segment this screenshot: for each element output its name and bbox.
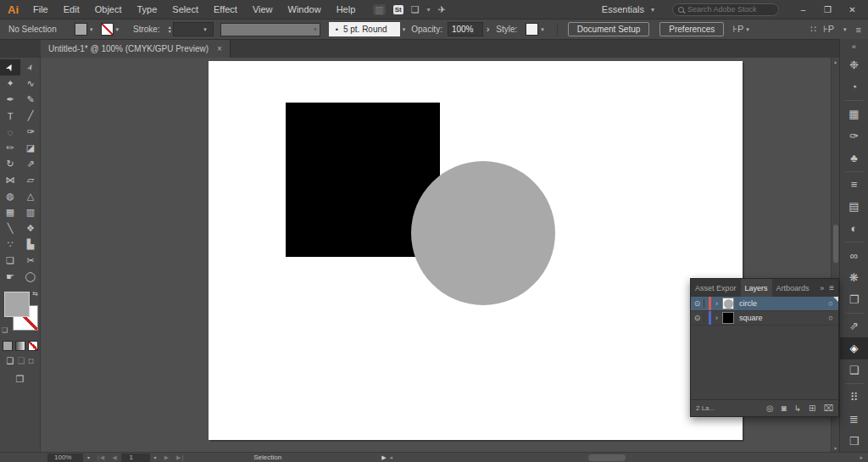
disclosure-icon[interactable]: ›	[711, 314, 722, 322]
menu-item[interactable]: Help	[329, 4, 364, 14]
gradient-tool[interactable]: ▥	[20, 204, 41, 220]
target-icon[interactable]: ○	[823, 314, 838, 322]
chevron-down-icon[interactable]: ▾	[403, 26, 406, 33]
width-tool[interactable]: ⋈	[0, 172, 20, 188]
scroll-up-icon[interactable]: ▴	[832, 58, 839, 64]
artboards-panel-icon[interactable]: ❏	[840, 359, 868, 381]
last-artboard-icon[interactable]: ▶|	[176, 454, 184, 461]
chevron-down-icon[interactable]: ▾	[90, 26, 93, 33]
workspace-switcher[interactable]: Essentials ▾	[602, 4, 657, 14]
menu-item[interactable]: Effect	[206, 4, 245, 14]
new-sublayer-icon[interactable]: ↳	[794, 404, 801, 413]
default-fill-stroke-icon[interactable]: ❏	[2, 326, 8, 334]
snap-options-icon[interactable]: ⊦P	[732, 24, 743, 35]
magic-wand-tool[interactable]: ✦	[0, 75, 20, 92]
gpu-performance-icon[interactable]: ▥	[373, 4, 385, 15]
previous-artboard-icon[interactable]: ◀	[112, 454, 117, 461]
next-artboard-icon[interactable]: ▶	[164, 454, 170, 461]
libraries-panel-icon[interactable]: ∞	[840, 245, 868, 267]
pen-tool[interactable]: ✒	[0, 92, 20, 108]
stroke-panel-icon[interactable]: ≡	[840, 174, 868, 196]
layer-row[interactable]: ⊙ › circle ○	[691, 297, 838, 311]
status-expand-icon[interactable]: ▶	[381, 454, 386, 461]
layer-name[interactable]: circle	[739, 299, 823, 308]
menu-item[interactable]: Select	[164, 4, 206, 14]
color-panel-icon[interactable]: ❉	[840, 54, 868, 76]
close-tab-icon[interactable]: ×	[217, 44, 222, 53]
mesh-tool[interactable]: ▦	[0, 204, 20, 220]
curvature-tool[interactable]: ✎	[20, 92, 41, 108]
brushes-panel-icon[interactable]: ✑	[840, 125, 868, 147]
chevron-down-icon[interactable]: ▾	[116, 26, 120, 33]
panel-tab[interactable]: Asset Expor	[691, 279, 741, 297]
fill-swatch[interactable]	[4, 292, 30, 317]
direct-selection-tool[interactable]: ➢	[20, 59, 41, 75]
close-button[interactable]: ✕	[840, 5, 865, 14]
document-setup-button[interactable]: Document Setup	[568, 22, 650, 36]
pathfinder-panel-icon[interactable]: ❒	[840, 430, 868, 452]
horizontal-scrollbar-thumb[interactable]	[588, 454, 626, 461]
panel-menu-icon[interactable]: ≡	[829, 283, 834, 292]
disclosure-icon[interactable]: ›	[711, 299, 722, 308]
type-tool[interactable]: T	[0, 108, 20, 124]
transparency-panel-icon[interactable]: ◐	[840, 218, 868, 240]
visibility-toggle-icon[interactable]: ⊙	[691, 314, 704, 322]
chevron-down-icon[interactable]: ▾	[154, 454, 157, 460]
stroke-weight-dropdown[interactable]: ▾	[173, 22, 214, 36]
opacity-arrow-icon[interactable]: ›	[487, 25, 489, 34]
scroll-right-icon[interactable]: ▸	[860, 454, 863, 461]
menu-item[interactable]: Edit	[56, 4, 87, 14]
menu-item[interactable]: Type	[130, 4, 165, 14]
minimize-button[interactable]: –	[791, 5, 815, 14]
layers-panel-icon[interactable]: ◈	[840, 337, 868, 359]
ellipse-tool[interactable]: ◌	[0, 124, 20, 140]
collapse-panel-icon[interactable]: »	[820, 284, 824, 292]
stroke-color-swatch[interactable]	[101, 23, 114, 36]
draw-normal-icon[interactable]: ❑	[7, 356, 14, 365]
transform-panel-icon[interactable]: ⠿	[840, 386, 868, 408]
menu-item[interactable]: Object	[87, 4, 130, 14]
perspective-grid-tool[interactable]: △	[20, 188, 41, 204]
align-panel-icon[interactable]: ≣	[840, 408, 868, 430]
locate-object-icon[interactable]: ◎	[766, 404, 774, 413]
color-mode-button[interactable]	[3, 341, 13, 351]
paintbrush-tool[interactable]: ✑	[20, 124, 41, 140]
panel-tab[interactable]: Artboards	[772, 279, 814, 297]
delete-layer-icon[interactable]: ⌧	[823, 404, 833, 413]
layer-name[interactable]: square	[739, 314, 823, 322]
eyedropper-tool[interactable]: ╲	[0, 220, 20, 237]
scroll-down-icon[interactable]: ▾	[832, 445, 839, 451]
swatches-panel-icon[interactable]: ▦	[840, 103, 868, 125]
chevron-down-icon[interactable]: ▾	[87, 454, 90, 460]
opacity-input[interactable]: 100%	[448, 22, 483, 36]
change-screen-mode-icon[interactable]: ❐	[0, 374, 40, 385]
panel-menu-icon[interactable]: ≡	[856, 25, 861, 35]
fill-color-swatch[interactable]	[75, 23, 87, 36]
appearance-panel-icon[interactable]: ❋	[840, 266, 868, 288]
slice-tool[interactable]: ✂	[20, 253, 41, 269]
make-clip-mask-icon[interactable]: ◙	[782, 404, 787, 413]
blend-tool[interactable]: ❖	[20, 220, 41, 237]
expand-panels-icon[interactable]: «	[840, 39, 868, 54]
none-mode-button[interactable]	[28, 341, 38, 351]
line-segment-tool[interactable]: ╱	[20, 108, 41, 124]
lasso-tool[interactable]: ∿	[20, 75, 41, 92]
gradient-mode-button[interactable]	[15, 341, 25, 351]
adobe-stock-search[interactable]	[672, 3, 779, 16]
stroke-weight-stepper[interactable]: ▴ ▾	[169, 25, 171, 34]
column-graph-tool[interactable]: ▙	[20, 237, 41, 253]
panel-tab[interactable]: Layers	[741, 279, 772, 297]
document-tab[interactable]: Untitled-1* @ 100% (CMYK/GPU Preview) ×	[41, 40, 231, 58]
asset-export-panel-icon[interactable]: ⇗	[840, 315, 868, 337]
eraser-tool[interactable]: ◪	[20, 140, 41, 156]
draw-inside-icon[interactable]: ◘	[28, 356, 33, 365]
symbol-sprayer-tool[interactable]: ∵	[0, 237, 20, 253]
zoom-level-dropdown[interactable]: 100%	[47, 454, 83, 462]
color-guide-panel-icon[interactable]: ◔	[840, 76, 868, 98]
shape-builder-tool[interactable]: ◍	[0, 188, 20, 204]
scroll-left-icon[interactable]: ◂	[390, 454, 393, 461]
vertical-scrollbar-thumb[interactable]	[833, 225, 838, 263]
chevron-down-icon[interactable]: ▾	[843, 26, 847, 33]
target-icon[interactable]: ○	[823, 299, 838, 308]
artboard-tool[interactable]: ❏	[0, 253, 20, 269]
